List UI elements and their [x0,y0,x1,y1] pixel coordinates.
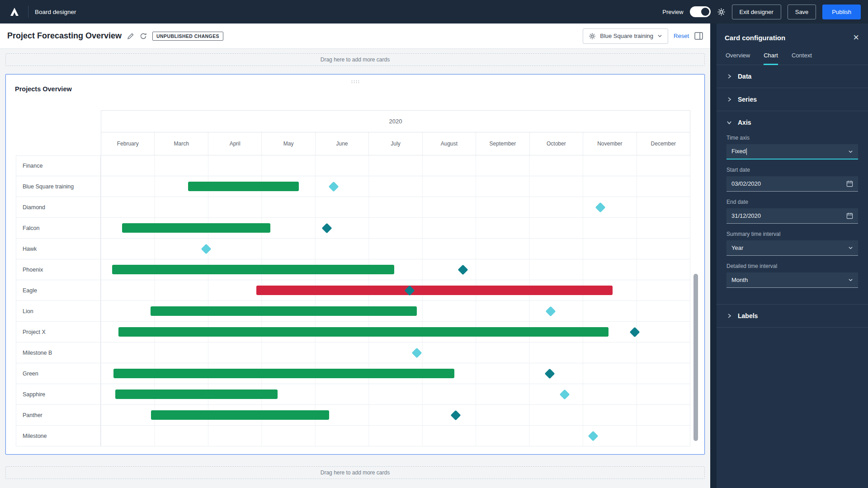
gantt-row-lane [101,259,690,280]
gantt-milestone-icon[interactable] [451,410,461,420]
select-input[interactable]: Year [726,240,858,256]
month-header: June [316,132,369,155]
field-detailed-time-interval: Detailed time intervalMonth [726,263,858,288]
gantt-row-lane [101,426,690,446]
exit-designer-button[interactable]: Exit designer [732,5,781,19]
publish-button[interactable]: Publish [822,5,861,19]
dropzone-bottom[interactable]: Drag here to add more cards [5,466,705,479]
gantt-milestone-icon[interactable] [412,347,422,358]
section-labels-header[interactable]: Labels [717,305,868,327]
month-header: September [476,132,529,155]
save-button[interactable]: Save [788,5,816,19]
field-time-axis: Time axisFixed [726,135,858,160]
gantt-row-label: Sapphire [16,384,101,404]
settings-gear-icon[interactable] [717,8,726,16]
toggle-knob [701,8,709,16]
field-label: Detailed time interval [726,263,858,269]
sync-icon[interactable] [140,33,147,40]
gantt-bar[interactable] [115,389,278,399]
gantt-row-label: Hawk [16,239,101,259]
workspace: Project Forecasting Overview UNPUBLISHED… [0,23,710,488]
gantt-milestone-icon[interactable] [588,431,598,441]
gantt-row: Blue Square training [16,176,690,197]
select-input[interactable]: Fixed [726,144,858,160]
date-input[interactable]: 31/12/2020 [726,208,858,224]
gantt-row: Phoenix [16,259,690,280]
close-icon[interactable]: × [853,33,859,42]
select-input[interactable]: Month [726,272,858,288]
gantt-row: Falcon [16,218,690,239]
gantt-row-lane [101,197,690,217]
gantt-bar[interactable] [112,265,394,274]
anaplan-logo-icon[interactable] [7,5,22,19]
month-header: February [101,132,155,155]
chevron-right-icon [726,97,732,102]
gantt-year-header: 2020 [101,110,690,132]
gantt-row-label: Finance [16,155,101,176]
gantt-row-label: Milestone [16,426,101,446]
dropzone-top[interactable]: Drag here to add more cards [5,53,705,66]
gantt-row: Milestone B [16,343,690,363]
gantt-milestone-icon[interactable] [546,306,556,316]
tab-context[interactable]: Context [792,48,812,65]
gantt-milestone-icon[interactable] [201,244,212,254]
gantt-bar[interactable] [188,182,299,191]
gantt-row: Project X [16,322,690,343]
chevron-down-icon [726,120,732,125]
section-label: Data [738,73,751,80]
app-title: Board designer [35,9,76,15]
month-header: May [262,132,315,155]
field-summary-time-interval: Summary time intervalYear [726,231,858,256]
preview-toggle[interactable] [690,6,711,17]
section-series: Series [717,88,868,111]
gantt-milestone-icon[interactable] [559,389,570,399]
field-value: Month [731,277,748,283]
gantt-milestone-icon[interactable] [544,368,555,379]
field-label: Summary time interval [726,231,858,237]
section-data-header[interactable]: Data [717,65,868,88]
date-input[interactable]: 03/02/2020 [726,176,858,192]
chevron-right-icon [726,313,732,319]
gantt-row-label: Phoenix [16,259,101,280]
scrollbar-thumb[interactable] [693,274,698,441]
gantt-bar[interactable] [118,327,609,337]
section-axis-header[interactable]: Axis [717,111,868,134]
section-label: Labels [738,312,758,319]
projects-overview-card[interactable]: Projects Overview 2020 FebruaryMarchApri… [5,74,705,455]
text-cursor [746,148,747,155]
tab-chart[interactable]: Chart [764,48,778,65]
gantt-row: Sapphire [16,384,690,405]
field-end-date: End date31/12/2020 [726,199,858,224]
gantt-row: Diamond [16,197,690,218]
gantt-milestone-icon[interactable] [630,327,640,337]
field-value: Year [731,244,743,251]
chevron-down-icon [848,245,853,250]
edit-pencil-icon[interactable] [127,33,134,40]
gantt-row-lane [101,343,690,363]
gantt-milestone-icon[interactable] [322,223,332,233]
gantt-bar[interactable] [256,286,613,295]
section-data: Data [717,65,868,88]
preview-label: Preview [662,9,683,15]
gantt-row: Eagle [16,280,690,301]
gantt-milestone-icon[interactable] [329,181,339,192]
gantt-bar[interactable] [151,410,329,420]
gantt-bar[interactable] [122,223,270,233]
gantt-bar[interactable] [151,306,417,316]
calendar-icon [846,180,853,187]
gantt-milestone-icon[interactable] [595,202,606,212]
chevron-right-icon [726,74,732,79]
field-value: 03/02/2020 [731,180,761,187]
reset-button[interactable]: Reset [674,33,689,39]
context-selector[interactable]: Blue Square training [583,28,668,44]
section-series-header[interactable]: Series [717,88,868,111]
gantt-bar[interactable] [113,369,454,378]
card-drag-handle-icon[interactable] [351,80,360,84]
gantt-row-label: Milestone B [16,343,101,363]
unpublished-changes-badge: UNPUBLISHED CHANGES [152,32,223,41]
gantt-row-label: Eagle [16,280,101,300]
tab-overview[interactable]: Overview [726,48,750,65]
collapse-panel-icon[interactable] [694,32,703,40]
chevron-down-icon [848,149,853,154]
gantt-milestone-icon[interactable] [458,264,468,275]
